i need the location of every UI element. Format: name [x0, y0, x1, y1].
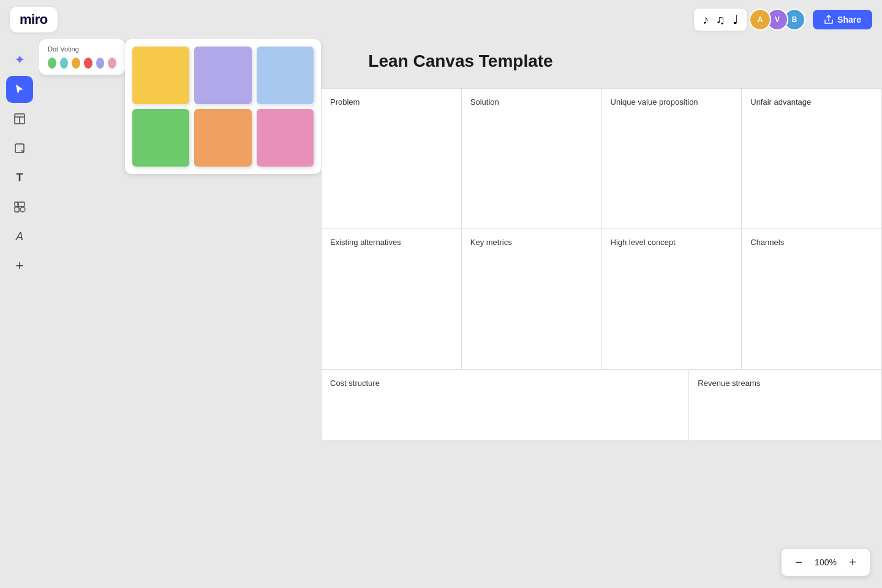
- canvas-row-1: Problem Solution Unique value propositio…: [321, 88, 882, 229]
- sticky-green[interactable]: [132, 109, 189, 167]
- existing-alternatives-label: Existing alternatives: [330, 238, 401, 247]
- sidebar: ✦ T A +: [0, 39, 39, 588]
- avatar-1[interactable]: A: [749, 9, 771, 31]
- canvas-cell-problem[interactable]: Problem: [321, 88, 461, 229]
- problem-label: Problem: [330, 97, 360, 107]
- cursor-icon: [13, 83, 26, 96]
- canvas-cell-high-level-concept[interactable]: High level concept: [601, 229, 742, 370]
- revenue-streams-label: Revenue streams: [698, 379, 760, 388]
- dot-6[interactable]: [108, 58, 116, 69]
- sticky-blue[interactable]: [257, 47, 314, 104]
- zoom-out-button[interactable]: −: [790, 554, 807, 571]
- logo: miro: [20, 12, 48, 28]
- zoom-in-button[interactable]: +: [844, 554, 861, 571]
- sidebar-item-table-tool[interactable]: [6, 105, 33, 132]
- stickies-area: [125, 39, 321, 174]
- topbar-right: ♪ ♫ ♩ A V B Share: [694, 9, 872, 31]
- canvas-cell-key-metrics[interactable]: Key metrics: [461, 229, 601, 370]
- key-metrics-label: Key metrics: [470, 238, 512, 247]
- canvas-cell-channels[interactable]: Channels: [741, 229, 882, 370]
- share-icon: [824, 15, 834, 24]
- canvas-cell-cost-structure[interactable]: Cost structure: [321, 370, 688, 440]
- music-icon-2[interactable]: ♫: [714, 12, 728, 28]
- uvp-label: Unique value proposition: [611, 97, 698, 107]
- table-icon: [13, 113, 26, 125]
- toolbar-icons: ♪ ♫ ♩: [694, 9, 747, 31]
- shapes-icon: [13, 201, 26, 213]
- avatars: A V B: [754, 9, 805, 31]
- sticky-note-icon: [13, 142, 26, 154]
- canvas-row-3: Cost structure Revenue streams: [321, 370, 882, 440]
- sidebar-item-font-tool[interactable]: A: [6, 223, 33, 250]
- dot-1[interactable]: [48, 58, 56, 69]
- canvas-cell-unfair-advantage[interactable]: Unfair advantage: [741, 88, 882, 229]
- dot-voting-widget[interactable]: Dot Voting: [39, 39, 125, 75]
- high-level-concept-label: High level concept: [611, 238, 676, 247]
- canvas-cell-solution[interactable]: Solution: [461, 88, 601, 229]
- sticky-purple[interactable]: [194, 47, 251, 104]
- svg-point-5: [20, 207, 25, 212]
- sticky-pink[interactable]: [257, 109, 314, 167]
- logo-box[interactable]: miro: [10, 7, 58, 32]
- sticky-orange[interactable]: [194, 109, 251, 167]
- share-label: Share: [837, 15, 861, 24]
- zoom-controls: − 100% +: [782, 549, 870, 576]
- music-icon-1[interactable]: ♪: [700, 12, 711, 28]
- svg-rect-6: [18, 202, 24, 206]
- dot-5[interactable]: [96, 58, 105, 69]
- sidebar-item-text-tool[interactable]: T: [6, 164, 33, 191]
- dot-2[interactable]: [60, 58, 69, 69]
- dot-voting-label: Dot Voting: [48, 45, 116, 53]
- sticky-yellow[interactable]: [132, 47, 189, 104]
- canvas-cell-uvp[interactable]: Unique value proposition: [601, 88, 742, 229]
- dot-3[interactable]: [72, 58, 80, 69]
- svg-rect-7: [15, 202, 18, 206]
- dot-voting-dots: [48, 58, 116, 69]
- canvas: Lean Canvas Template Dot Voting Problem: [39, 39, 882, 588]
- zoom-level: 100%: [813, 557, 838, 567]
- svg-rect-4: [15, 207, 19, 212]
- sidebar-item-sticky-note[interactable]: [6, 135, 33, 162]
- canvas-cell-revenue-streams[interactable]: Revenue streams: [688, 370, 882, 440]
- dot-4[interactable]: [84, 58, 92, 69]
- cost-structure-label: Cost structure: [330, 379, 380, 388]
- canvas-cell-existing-alternatives[interactable]: Existing alternatives: [321, 229, 461, 370]
- sidebar-item-add-tool[interactable]: +: [6, 252, 33, 279]
- solution-label: Solution: [470, 97, 499, 107]
- music-icon-3[interactable]: ♩: [730, 11, 741, 28]
- share-button[interactable]: Share: [813, 10, 872, 29]
- canvas-row-2: Existing alternatives Key metrics High l…: [321, 229, 882, 370]
- sidebar-item-shapes-tool[interactable]: [6, 194, 33, 221]
- unfair-advantage-label: Unfair advantage: [750, 97, 811, 107]
- sidebar-item-select-tool[interactable]: [6, 76, 33, 103]
- channels-label: Channels: [750, 238, 784, 247]
- sidebar-item-ai-assistant[interactable]: ✦: [6, 47, 33, 74]
- lean-canvas: Problem Solution Unique value propositio…: [321, 88, 882, 588]
- topbar: miro ♪ ♫ ♩ A V B Share: [0, 0, 882, 39]
